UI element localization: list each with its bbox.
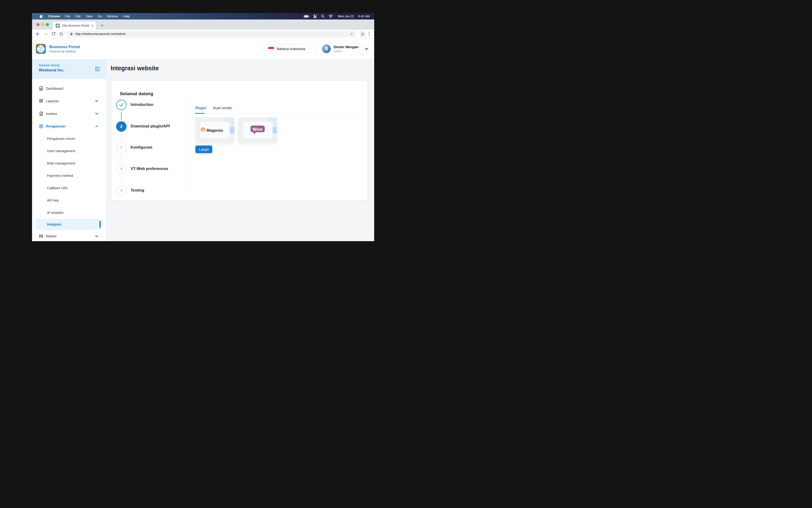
step-connector — [121, 112, 122, 120]
url-text[interactable]: http://ottobusinessportal.com/admin — [75, 32, 126, 36]
ottopay-logo: OTTO PAY — [36, 44, 46, 54]
sidebar-collapse-icon[interactable] — [95, 67, 100, 71]
menu-view[interactable]: View — [86, 14, 92, 18]
sidebar-item-invoice[interactable]: Invoice — [32, 107, 106, 120]
step-label: Introduction — [131, 102, 154, 107]
menu-window[interactable]: Window — [107, 14, 118, 18]
chevron-down-icon — [95, 100, 98, 102]
step-label: Testing — [131, 188, 144, 193]
sidebar-item-label: Pengaturan — [46, 124, 66, 128]
macos-menu-bar: Chrome File Edit View Go Window Help Mon… — [32, 13, 374, 19]
step-number: 4 — [120, 167, 122, 171]
back-button[interactable] — [35, 32, 40, 36]
step-3-konfigurasi[interactable]: 3 — [116, 142, 127, 153]
sidebar-item-master[interactable]: Master — [32, 230, 106, 241]
check-icon — [119, 103, 124, 107]
language-selector-button[interactable]: Bahasa Indonesia — [264, 44, 309, 54]
sidebar-item-label: Dashboard — [46, 86, 63, 90]
subitem-label: User management — [47, 149, 75, 153]
bookmark-star-icon[interactable]: ☆ — [350, 32, 353, 36]
step-1-introduction[interactable] — [116, 100, 127, 110]
step-number: 5 — [120, 188, 122, 193]
sidebar: Selamat datang Weekend Inc. Dashboard — [32, 59, 106, 241]
brand-title: Business Portal — [49, 45, 80, 49]
spotlight-search-icon[interactable] — [321, 14, 325, 18]
user-role: Admin — [334, 50, 358, 53]
control-center-icon[interactable] — [313, 14, 317, 18]
step-4-vt-web-preferences[interactable]: 4 — [116, 164, 127, 174]
menu-edit[interactable]: Edit — [75, 14, 81, 18]
subitem-label: Pengaturan umum — [47, 137, 75, 140]
woo-wordmark: Woo — [253, 127, 263, 131]
sidebar-item-label: Laporan — [46, 99, 59, 103]
chevron-down-icon — [95, 235, 98, 237]
otto-favicon — [55, 24, 60, 28]
browser-tab-strip: Otto Business Portal × + — [32, 19, 374, 30]
page-title: Integrasi website — [111, 65, 159, 72]
card-vertical-divider — [186, 93, 186, 195]
browser-tab[interactable]: Otto Business Portal × — [53, 22, 96, 30]
window-minimize-button[interactable] — [41, 23, 44, 26]
tab-plugin[interactable]: Plugin — [196, 106, 206, 110]
forward-button[interactable] — [43, 32, 48, 36]
step-2-download-plugin-api[interactable]: 2 — [116, 121, 127, 132]
wifi-icon[interactable] — [329, 15, 333, 18]
sidebar-subitem-pengaturan-umum[interactable]: Pengaturan umum — [32, 132, 106, 145]
sidebar-subitem-callback-url[interactable]: Callback URL — [32, 182, 106, 194]
menu-time[interactable]: 9:41 AM — [358, 14, 370, 18]
sidebar-subitem-user-management[interactable]: User management — [32, 145, 106, 157]
menu-go[interactable]: Go — [97, 14, 101, 18]
step-number: 3 — [120, 145, 122, 150]
dashboard-icon — [39, 86, 43, 91]
browser-profile-icon[interactable] — [359, 31, 366, 37]
sidebar-item-laporan[interactable]: Laporan — [32, 95, 106, 107]
step-5-testing[interactable]: 5 — [116, 185, 127, 196]
sidebar-subitem-ip-whitelist[interactable]: IP whitelist — [32, 207, 106, 219]
brand-subtitle: Powered by OttoPay — [49, 50, 80, 53]
language-label: Bahasa Indonesia — [277, 47, 305, 51]
menu-date[interactable]: Mon Jun 22 — [338, 14, 354, 18]
subitem-label: Callback URL — [47, 186, 68, 190]
menu-help[interactable]: Help — [123, 14, 130, 18]
subitem-label: Role management — [47, 161, 75, 165]
home-button[interactable] — [59, 32, 63, 36]
battery-icon[interactable] — [304, 15, 309, 18]
sidebar-subitem-integrasi[interactable]: Integrasi — [36, 219, 102, 230]
header-divider — [315, 43, 316, 54]
tab-close-icon[interactable]: × — [91, 24, 93, 28]
reload-button[interactable] — [51, 32, 56, 36]
site-header: OTTO PAY Business Portal Powered by Otto… — [32, 38, 374, 59]
plugin-option-magento[interactable]: Magento — [196, 118, 234, 142]
window-close-button[interactable] — [36, 23, 39, 26]
sliders-icon — [39, 234, 43, 239]
step-label: Download plugin/API — [131, 124, 170, 128]
lock-icon[interactable] — [70, 32, 73, 36]
menu-chrome[interactable]: Chrome — [48, 14, 60, 18]
sidebar-welcome-panel: Selamat datang Weekend Inc. — [32, 59, 106, 79]
window-zoom-button[interactable] — [46, 23, 49, 26]
tab-title: Otto Business Portal — [62, 24, 89, 27]
subitem-label: API key — [47, 199, 59, 202]
card-title: Selamat datang — [120, 91, 153, 96]
tab-buat-sendiri[interactable]: Buat sendiri — [213, 106, 232, 110]
new-tab-button[interactable]: + — [99, 22, 105, 29]
sidebar-subitem-api-key[interactable]: API key — [32, 194, 106, 207]
continue-button[interactable]: Lanjut — [196, 145, 212, 153]
sidebar-subitem-payment-method[interactable]: Payment method — [32, 169, 106, 182]
menu-file[interactable]: File — [65, 14, 70, 18]
indonesia-flag-icon — [268, 47, 274, 51]
magento-logo: Magento — [200, 122, 230, 138]
main-content: Integrasi website Selamat datang Introdu… — [106, 59, 374, 241]
plugin-option-woocommerce[interactable]: Woo — [238, 118, 277, 142]
browser-menu-icon[interactable] — [369, 32, 370, 36]
chevron-down-icon — [95, 113, 98, 115]
user-menu-chevron-down-icon[interactable] — [365, 48, 369, 50]
subitem-label: Payment method — [47, 174, 73, 177]
woocommerce-logo: Woo — [243, 122, 272, 138]
sidebar-item-pengaturan[interactable]: Pengaturan — [32, 120, 106, 132]
apple-icon[interactable] — [39, 14, 43, 18]
sidebar-subitem-role-management[interactable]: Role management — [32, 157, 106, 169]
sidebar-item-dashboard[interactable]: Dashboard — [32, 82, 106, 95]
user-avatar[interactable] — [322, 44, 331, 53]
address-bar[interactable]: http://ottobusinessportal.com/admin ☆ — [67, 31, 356, 37]
